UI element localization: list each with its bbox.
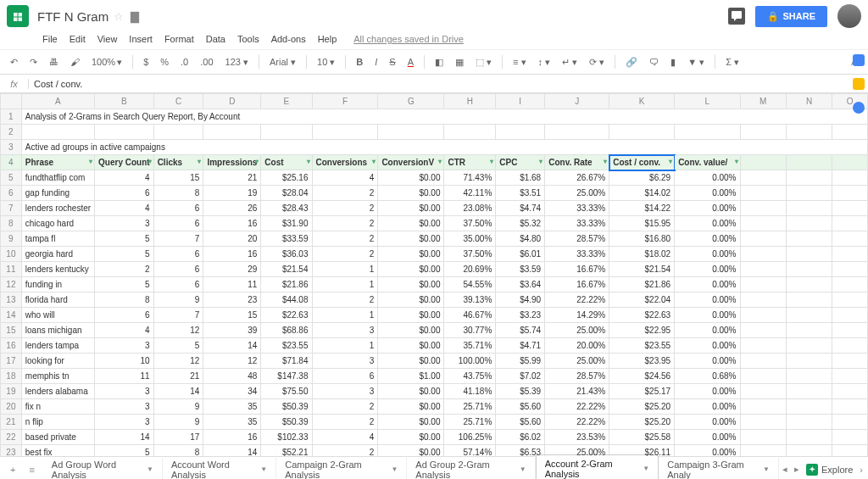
v-align-icon[interactable]: ↕ ▾	[535, 55, 554, 70]
cell[interactable]: 39	[203, 323, 261, 338]
cell[interactable]: $0.00	[378, 415, 444, 430]
chart-icon[interactable]: ▮	[667, 55, 679, 70]
sheet-tab[interactable]: Campaign 3-Gram Analy▼	[659, 455, 779, 480]
cell[interactable]: 48	[203, 369, 261, 384]
cell[interactable]: $23.95	[609, 354, 675, 369]
cell[interactable]: 54.55%	[444, 277, 496, 292]
cell[interactable]: 16	[203, 247, 261, 262]
cell[interactable]: 57.14%	[444, 445, 496, 457]
explore-button[interactable]: ✦Explore	[806, 464, 853, 476]
cell[interactable]: $0.00	[378, 201, 444, 216]
cell[interactable]: lenders alabama	[21, 384, 94, 399]
cell[interactable]: tampa fl	[21, 231, 94, 247]
cell[interactable]: 1	[312, 308, 378, 323]
cell[interactable]: $3.23	[496, 308, 545, 323]
cell[interactable]: 42.11%	[444, 186, 496, 201]
cell[interactable]: 8	[153, 186, 203, 201]
cell[interactable]: $50.39	[261, 415, 312, 430]
col-header[interactable]: E	[261, 94, 312, 109]
comment-insert-icon[interactable]: 🗨	[646, 55, 662, 69]
cell[interactable]: $25.58	[609, 430, 675, 445]
cell[interactable]: $25.20	[609, 415, 675, 430]
link-icon[interactable]: 🔗	[622, 55, 641, 70]
cell[interactable]: $0.00	[378, 384, 444, 399]
menu-view[interactable]: View	[92, 32, 123, 46]
cell[interactable]: $71.84	[261, 354, 312, 369]
cell[interactable]: 0.00%	[675, 292, 740, 308]
cell[interactable]: 33.33%	[545, 247, 609, 262]
column-header[interactable]: Clicks▾	[153, 155, 203, 170]
cell[interactable]: 33.33%	[545, 216, 609, 231]
cell[interactable]: 3	[95, 384, 154, 399]
cell[interactable]: 71.43%	[444, 170, 496, 186]
column-header[interactable]: CPC▾	[496, 155, 545, 170]
decrease-decimal-icon[interactable]: .0	[177, 55, 192, 69]
more-formats[interactable]: 123 ▾	[222, 55, 252, 70]
cell[interactable]: 35	[203, 399, 261, 415]
col-header[interactable]: N	[786, 94, 832, 109]
cell[interactable]: 22.22%	[545, 415, 609, 430]
cell[interactable]: $0.00	[378, 231, 444, 247]
cell[interactable]: 25.00%	[545, 186, 609, 201]
cell[interactable]: 4	[312, 170, 378, 186]
cell[interactable]: $0.00	[378, 262, 444, 277]
cell[interactable]: who will	[21, 308, 94, 323]
column-header[interactable]: Conversions▾	[312, 155, 378, 170]
cell[interactable]: 25.00%	[545, 323, 609, 338]
column-header[interactable]: Query Count▾	[95, 155, 154, 170]
cell[interactable]: $14.22	[609, 201, 675, 216]
column-header[interactable]: Cost▾	[261, 155, 312, 170]
doc-title[interactable]: FTF N Gram	[37, 9, 108, 24]
cell[interactable]: 6	[153, 277, 203, 292]
cell[interactable]: 20.00%	[545, 338, 609, 354]
cell[interactable]: fundthatflip com	[21, 170, 94, 186]
fill-color-icon[interactable]: ◧	[431, 55, 447, 70]
cell[interactable]: 23.08%	[444, 201, 496, 216]
cell[interactable]: $3.64	[496, 277, 545, 292]
cell[interactable]: 3	[312, 384, 378, 399]
cell[interactable]: 30.77%	[444, 323, 496, 338]
cell[interactable]: $0.00	[378, 277, 444, 292]
cell[interactable]: $16.80	[609, 231, 675, 247]
col-header[interactable]: G	[378, 94, 444, 109]
cell[interactable]: $44.08	[261, 292, 312, 308]
cell[interactable]: $0.00	[378, 292, 444, 308]
avatar[interactable]	[837, 4, 861, 28]
cell[interactable]: 9	[153, 292, 203, 308]
cell[interactable]: 8	[153, 445, 203, 457]
cell[interactable]: $0.00	[378, 323, 444, 338]
cell[interactable]: $28.43	[261, 201, 312, 216]
cell[interactable]: 28.57%	[545, 231, 609, 247]
cell[interactable]: 0.00%	[675, 354, 740, 369]
cell[interactable]: $21.86	[261, 277, 312, 292]
currency-icon[interactable]: $	[140, 55, 152, 69]
star-icon[interactable]: ☆	[114, 10, 124, 23]
cell[interactable]: memphis tn	[21, 369, 94, 384]
menu-file[interactable]: File	[37, 32, 63, 46]
cell[interactable]: $0.00	[378, 170, 444, 186]
cell[interactable]: n flip	[21, 415, 94, 430]
cell[interactable]: 25.71%	[444, 399, 496, 415]
functions-icon[interactable]: Σ ▾	[722, 55, 743, 70]
cell[interactable]: Analysis of 2-Grams in Search Query Repo…	[21, 109, 867, 125]
cell[interactable]: $22.63	[261, 308, 312, 323]
cell[interactable]: 9	[153, 399, 203, 415]
cell[interactable]: 5	[95, 231, 154, 247]
cell[interactable]: Active ad groups in active campaigns	[21, 140, 867, 155]
cell[interactable]: 21	[203, 170, 261, 186]
cell[interactable]: 4	[95, 201, 154, 216]
cell[interactable]: 20	[203, 231, 261, 247]
cell[interactable]: 14	[153, 384, 203, 399]
cell[interactable]: $50.39	[261, 399, 312, 415]
cell[interactable]: 46.67%	[444, 308, 496, 323]
cell[interactable]: lenders rochester	[21, 201, 94, 216]
cell[interactable]: best fix	[21, 445, 94, 457]
paint-format-icon[interactable]: 🖌	[67, 55, 83, 69]
filter-dropdown-icon[interactable]: ▾	[438, 158, 442, 165]
cell[interactable]: 25.00%	[545, 445, 609, 457]
cell[interactable]: 1	[312, 338, 378, 354]
col-header[interactable]: F	[312, 94, 378, 109]
formula-input[interactable]: Cost / conv.	[29, 79, 87, 89]
cell[interactable]: 2	[312, 445, 378, 457]
cell[interactable]: 34	[203, 384, 261, 399]
